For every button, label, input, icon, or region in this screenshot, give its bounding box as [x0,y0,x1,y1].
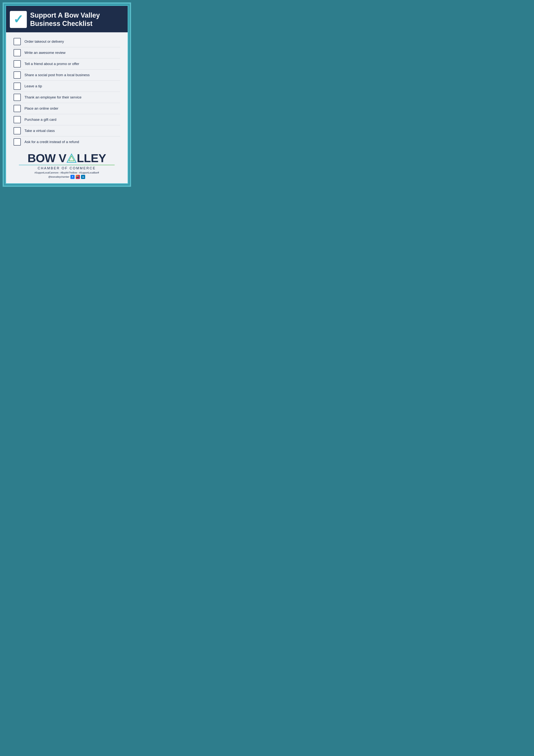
logo-sub: CHAMBER OF COMMERCE [38,166,96,170]
svg-marker-0 [67,154,76,162]
checkbox-5[interactable] [13,83,21,90]
checklist: Order takeout or delivery Write an aweso… [13,36,120,150]
list-item: Leave a tip [13,81,120,92]
inner-border: ✓ Support A Bow Valley Business Checklis… [5,5,128,184]
item-label-5: Leave a tip [25,84,42,88]
svg-marker-1 [69,156,74,161]
header-checkbox-icon: ✓ [10,11,27,28]
outer-border: ✓ Support A Bow Valley Business Checklis… [3,2,131,187]
logo-lley: LLEY [77,152,106,164]
list-item: Thank an employee for their service [13,92,120,103]
list-item: Take a virtual class [13,125,120,136]
item-label-7: Place an online order [25,106,59,111]
checkbox-2[interactable] [13,49,21,56]
checkbox-1[interactable] [13,38,21,45]
logo-section: BOW V LLEY CHAMBER OF COMMERCE #SupportL… [13,150,120,180]
instagram-icon[interactable]: 📷 [76,175,80,179]
logo-bow-v: BOW V [28,152,66,164]
checkbox-8[interactable] [13,116,21,123]
item-label-2: Write an awesome review [25,51,65,55]
list-item: Order takeout or delivery [13,36,120,47]
checkbox-7[interactable] [13,105,21,112]
item-label-1: Order takeout or delivery [25,40,64,44]
logo-triangle-icon [67,153,76,163]
item-label-4: Share a social post from a local busines… [25,73,90,77]
hashtags: #SupportLocalCanmore - #BuyItInTheBow - … [35,172,99,174]
checkbox-4[interactable] [13,71,21,79]
checkbox-10[interactable] [13,138,21,146]
list-item: Purchase a gift card [13,114,120,125]
item-label-10: Ask for a credit instead of a refund [25,140,79,144]
list-item: Write an awesome review [13,47,120,58]
checkbox-3[interactable] [13,60,21,68]
checkbox-9[interactable] [13,127,21,134]
linkedin-icon[interactable]: in [81,175,85,179]
header-title: Support A Bow Valley Business Checklist [30,11,100,27]
main-content: Order takeout or delivery Write an aweso… [6,32,128,183]
item-label-6: Thank an employee for their service [25,95,82,99]
social-row: @bowvalleychamber f 📷 in [48,175,85,179]
checkbox-6[interactable] [13,94,21,101]
handle-text: @bowvalleychamber [48,176,69,178]
list-item: Tell a friend about a promo or offer [13,58,120,69]
item-label-9: Take a virtual class [25,129,55,133]
checkmark-icon: ✓ [13,14,23,25]
list-item: Place an online order [13,103,120,114]
list-item: Ask for a credit instead of a refund [13,136,120,148]
item-label-3: Tell a friend about a promo or offer [25,62,79,66]
facebook-icon[interactable]: f [70,175,75,179]
item-label-8: Purchase a gift card [25,118,57,122]
list-item: Share a social post from a local busines… [13,69,120,81]
logo-main: BOW V LLEY [28,152,106,164]
logo-divider [19,165,115,165]
header: ✓ Support A Bow Valley Business Checklis… [6,6,128,32]
